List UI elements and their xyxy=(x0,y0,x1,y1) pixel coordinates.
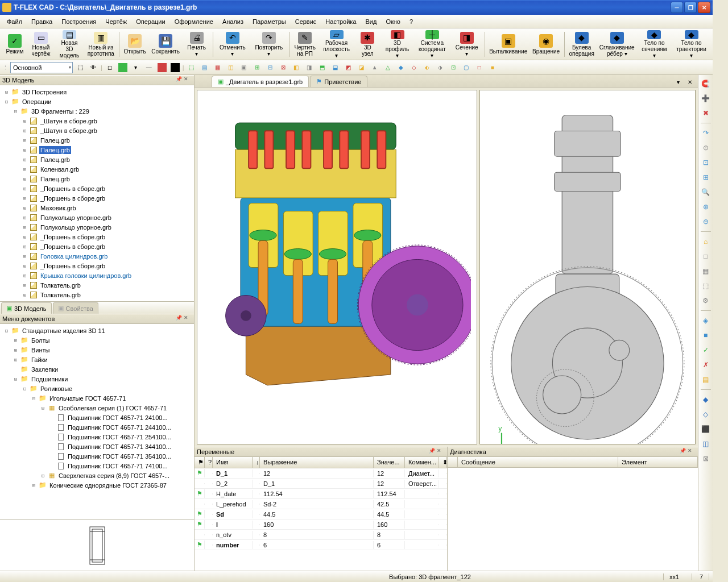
menu-9[interactable]: Настройка xyxy=(321,16,361,27)
tool-Выталкивание[interactable]: ▣Выталкивание xyxy=(487,30,529,59)
expand-icon[interactable]: ⊞ xyxy=(31,483,37,488)
maximize-button[interactable]: ❐ xyxy=(684,2,697,13)
menu-11[interactable]: Окно xyxy=(381,16,405,27)
tree-row[interactable]: ⊞Маховик.grb xyxy=(1,203,193,213)
layer-combo[interactable]: Основной xyxy=(10,62,73,73)
right-tool-24[interactable]: ⊠ xyxy=(700,452,712,465)
right-tool-8[interactable]: ⊕ xyxy=(700,201,712,213)
expand-icon[interactable]: ⊞ xyxy=(22,118,28,124)
expand-icon[interactable]: ⊞ xyxy=(22,253,28,259)
expand-icon[interactable]: ⊞ xyxy=(22,215,28,221)
tree-row[interactable]: ⊞Головка цилиндров.grb xyxy=(1,251,193,261)
sec-tool-12[interactable]: ◩ xyxy=(343,62,354,73)
sec-tool-17[interactable]: ◇ xyxy=(408,62,420,73)
tool-Система[interactable]: ┼Системакоординат ▾ xyxy=(415,30,450,59)
expand-icon[interactable]: ⊞ xyxy=(22,225,28,230)
menu-0[interactable]: Файл xyxy=(2,16,27,27)
tool-Сохранить[interactable]: 💾Сохранить xyxy=(150,30,182,59)
expand-icon[interactable]: ⊞ xyxy=(22,205,28,211)
tool-Открыть[interactable]: 📂Открыть xyxy=(122,30,148,59)
right-tool-14[interactable]: ⚙ xyxy=(700,294,712,307)
tab-menu-icon[interactable]: ▾ xyxy=(672,76,684,88)
expand-icon[interactable]: ⊞ xyxy=(22,273,28,278)
expand-icon[interactable]: ⊞ xyxy=(22,234,28,240)
tree-tab[interactable]: ▣3D Модель xyxy=(1,302,52,314)
right-tool-12[interactable]: ▦ xyxy=(700,265,712,277)
right-tool-19[interactable]: ▤ xyxy=(700,373,712,386)
tree-tab[interactable]: ▣Свойства xyxy=(53,302,98,314)
pin-icon[interactable]: 📌 xyxy=(176,315,184,323)
expand-icon[interactable]: ⊟ xyxy=(40,405,46,411)
sec-tool-10[interactable]: ⬒ xyxy=(317,62,328,73)
tree-row[interactable]: ⊞Толкатель.grb xyxy=(1,280,193,290)
sec-tool-2[interactable]: ▦ xyxy=(212,62,224,73)
sec-tool-6[interactable]: ⊟ xyxy=(264,62,276,73)
sec-tool-13[interactable]: ◪ xyxy=(356,62,367,73)
right-tool-0[interactable]: 🧲 xyxy=(700,77,712,90)
tree-row[interactable]: ⊟📁Роликовые xyxy=(1,384,193,393)
tool-Сечение ▾[interactable]: ◨Сечение ▾ xyxy=(451,30,482,59)
viewport-3d-color[interactable] xyxy=(197,90,477,444)
tree-row[interactable]: ⊞Палец.grb xyxy=(1,155,193,164)
model-tree[interactable]: ⊟📁3D Построения⊟📁Операции⊟📁3D Фрагменты … xyxy=(0,85,194,301)
expand-icon[interactable]: ⊟ xyxy=(3,328,10,334)
tree-row[interactable]: ⊞Палец.grb xyxy=(1,145,193,155)
sec-tool-4[interactable]: ▣ xyxy=(238,62,250,73)
variable-row[interactable]: ⚑l160160 xyxy=(195,519,447,530)
variable-row[interactable]: ⚑number66 xyxy=(195,540,447,550)
sec-tool-19[interactable]: ⬗ xyxy=(435,62,446,73)
pin-icon[interactable]: 📌 xyxy=(680,448,688,456)
tool-Рабочая[interactable]: ▱Рабочаяплоскость ▾ xyxy=(319,30,354,59)
variable-row[interactable]: ⚑Sd44.544.5 xyxy=(195,509,447,519)
swatch-1[interactable] xyxy=(117,62,129,73)
minimize-button[interactable]: ─ xyxy=(671,2,683,13)
right-tool-5[interactable]: ⊡ xyxy=(700,156,712,169)
tree-row[interactable]: ⊞_Поршень в сборе.grb xyxy=(1,184,193,193)
tool-Новый[interactable]: ▭Новыйчертёж xyxy=(28,30,53,59)
sec-tool-11[interactable]: ⬓ xyxy=(330,62,341,73)
expand-icon[interactable]: ⊞ xyxy=(22,263,28,269)
expand-icon[interactable]: ⊞ xyxy=(22,176,28,182)
expand-icon[interactable]: ⊞ xyxy=(13,357,19,363)
panel-close-icon[interactable]: ✕ xyxy=(184,315,192,323)
right-tool-7[interactable]: 🔍 xyxy=(700,186,712,198)
tool-Отменить ▾[interactable]: ↶Отменить ▾ xyxy=(216,30,250,59)
expand-icon[interactable]: ⊞ xyxy=(22,282,28,288)
menu-8[interactable]: Сервис xyxy=(291,16,321,27)
menu-7[interactable]: Параметры xyxy=(248,16,291,27)
tree-row[interactable]: Подшипник ГОСТ 4657-71 354100... xyxy=(1,451,193,461)
sec-tool-18[interactable]: ⬖ xyxy=(421,62,433,73)
tool-Тело по[interactable]: ◆Тело посечениям ▾ xyxy=(638,30,671,59)
expand-icon[interactable]: ⊞ xyxy=(22,196,28,201)
tree-row[interactable]: ⊟📁3D Фрагменты : 229 xyxy=(1,106,193,116)
variable-row[interactable]: n_otv88 xyxy=(195,530,447,540)
panel-close-icon[interactable]: ✕ xyxy=(688,448,696,456)
tree-row[interactable]: ⊞Толкатель.grb xyxy=(1,290,193,300)
tool-Повторить ▾[interactable]: ↷Повторить ▾ xyxy=(251,30,287,59)
tool-Режим[interactable]: ✓Режим xyxy=(2,30,27,59)
tree-row[interactable]: ⊞Палец.grb xyxy=(1,174,193,184)
tool-Вращение[interactable]: ◉Вращение xyxy=(530,30,561,59)
expand-icon[interactable]: ⊟ xyxy=(31,396,37,401)
tree-row[interactable]: ⊟📁Игольчатые ГОСТ 4657-71 xyxy=(1,393,193,403)
sec-tool-20[interactable]: ⊡ xyxy=(448,62,459,73)
panel-close-icon[interactable]: ✕ xyxy=(437,448,445,456)
tree-row[interactable]: ⊟📁3D Построения xyxy=(1,87,193,97)
tree-row[interactable]: ⊞Полукольцо упорное.grb xyxy=(1,213,193,222)
menu-12[interactable]: ? xyxy=(405,16,417,27)
sec-tool-16[interactable]: ◆ xyxy=(395,62,407,73)
bold-btn[interactable]: ◻ xyxy=(104,62,115,73)
tree-row[interactable]: ⊟📁Стандартные изделия 3D 11 xyxy=(1,326,193,335)
expand-icon[interactable]: ⊞ xyxy=(22,292,28,298)
swatch-dd[interactable]: ▾ xyxy=(130,62,142,73)
expand-icon[interactable]: ⊟ xyxy=(22,386,28,392)
variable-row[interactable]: D_2D_112Отверст... xyxy=(195,479,447,489)
menu-6[interactable]: Анализ xyxy=(218,16,248,27)
sec-tool-22[interactable]: □ xyxy=(474,62,485,73)
right-tool-4[interactable]: ⊙ xyxy=(700,142,712,154)
tool-3D[interactable]: ◧3Dпрофиль ▾ xyxy=(381,30,413,59)
close-button[interactable]: ✕ xyxy=(698,2,710,13)
expand-icon[interactable]: ⊟ xyxy=(3,99,10,105)
right-tool-9[interactable]: ⊖ xyxy=(700,215,712,228)
tree-row[interactable]: 📁Заклепки xyxy=(1,364,193,374)
